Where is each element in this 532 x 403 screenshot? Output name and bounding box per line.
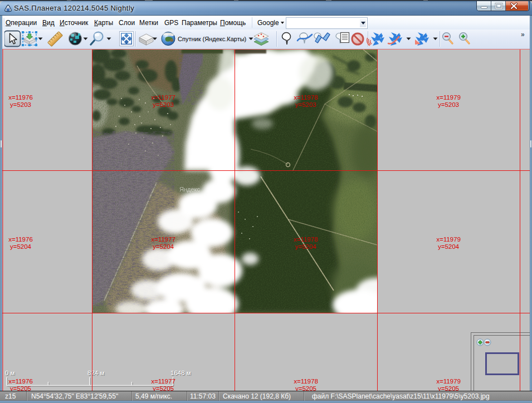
svg-text:Яндекс: Яндекс: [179, 186, 200, 193]
svg-text:Спутник (Яндекс.Карты): Спутник (Яндекс.Карты): [178, 36, 246, 42]
svg-text:»: »: [521, 31, 525, 38]
